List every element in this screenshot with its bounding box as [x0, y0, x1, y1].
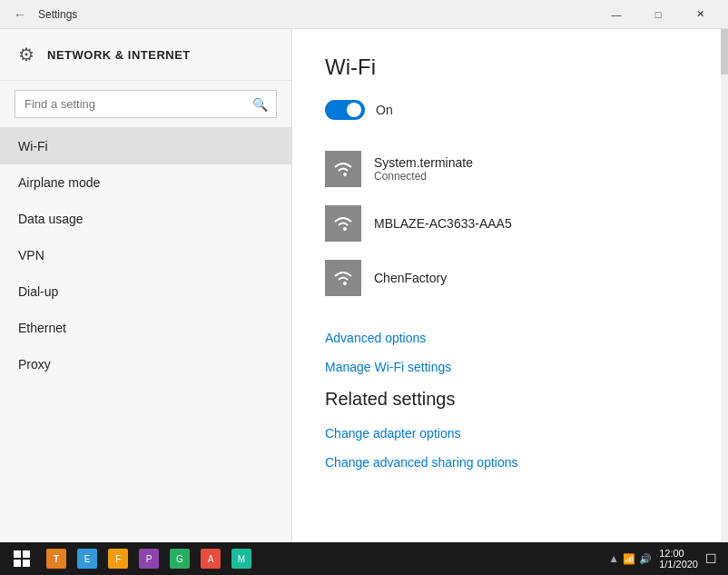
sidebar-item-airplane[interactable]: Airplane mode	[0, 164, 291, 201]
sidebar-header-title: NETWORK & INTERNET	[47, 48, 191, 62]
maximize-button[interactable]: □	[637, 0, 679, 29]
clock: 12:001/1/2020	[659, 548, 698, 570]
window-controls: — □ ✕	[595, 0, 721, 29]
network-status-0: Connected	[374, 170, 473, 183]
toggle-knob	[347, 103, 361, 117]
manage-wifi-settings-link[interactable]: Manage Wi-Fi settings	[325, 360, 695, 374]
sidebar-header: ⚙ NETWORK & INTERNET	[0, 29, 291, 81]
network-item-1[interactable]: MBLAZE-AC3633-AAA5	[325, 196, 695, 251]
advanced-options-link[interactable]: Advanced options	[325, 331, 695, 345]
start-button[interactable]	[4, 542, 40, 575]
toggle-label: On	[376, 103, 393, 117]
taskbar-tray: ▲ 📶 🔊 12:001/1/2020 ☐	[608, 548, 724, 570]
network-info-2: ChenFactory	[374, 271, 447, 285]
taskbar: T E F P G A M ▲ 📶 🔊 12:001/1/2020 ☐	[0, 542, 728, 575]
taskbar-icon-6[interactable]: A	[196, 544, 225, 573]
back-button[interactable]: ←	[7, 2, 33, 27]
app-body: ⚙ NETWORK & INTERNET 🔍 Wi-Fi Airplane mo…	[0, 29, 728, 542]
network-info-1: MBLAZE-AC3633-AAA5	[374, 216, 512, 231]
network-icon-0	[325, 151, 361, 187]
network-info-0: System.terminate Connected	[374, 155, 473, 183]
sidebar-item-proxy[interactable]: Proxy	[0, 346, 291, 382]
page-title: Wi-Fi	[325, 55, 695, 80]
related-settings-title: Related settings	[325, 389, 695, 410]
wifi-toggle-row: On	[325, 100, 695, 120]
content-panel: Wi-Fi On System.terminate	[292, 29, 728, 542]
taskbar-icon-5[interactable]: G	[165, 544, 194, 573]
taskbar-icon-3[interactable]: F	[103, 544, 133, 573]
change-sharing-link[interactable]: Change advanced sharing options	[325, 455, 695, 470]
sidebar-item-ethernet[interactable]: Ethernet	[0, 310, 291, 346]
network-name-2: ChenFactory	[374, 271, 447, 285]
sidebar-item-wifi[interactable]: Wi-Fi	[0, 128, 291, 164]
sidebar-item-datausage[interactable]: Data usage	[0, 201, 291, 237]
gear-icon: ⚙	[18, 44, 34, 65]
wifi-toggle[interactable]	[325, 100, 365, 120]
minimize-button[interactable]: —	[595, 0, 637, 29]
tray-icons: ▲	[608, 552, 619, 565]
network-item-2[interactable]: ChenFactory	[325, 251, 695, 305]
network-item-0[interactable]: System.terminate Connected	[325, 142, 695, 196]
close-button[interactable]: ✕	[679, 0, 721, 29]
search-area: 🔍	[0, 81, 291, 128]
sidebar-item-vpn[interactable]: VPN	[0, 237, 291, 273]
sidebar-nav: Wi-Fi Airplane mode Data usage VPN Dial-…	[0, 128, 291, 542]
network-name-0: System.terminate	[374, 155, 473, 170]
windows-logo-icon	[14, 550, 30, 567]
sidebar: ⚙ NETWORK & INTERNET 🔍 Wi-Fi Airplane mo…	[0, 29, 292, 542]
network-icon-2	[325, 260, 361, 296]
titlebar: ← Settings — □ ✕	[0, 0, 728, 29]
volume-tray-icon: 🔊	[639, 553, 652, 565]
taskbar-icon-4[interactable]: P	[134, 544, 163, 573]
sidebar-item-dialup[interactable]: Dial-up	[0, 273, 291, 310]
search-wrapper: 🔍	[15, 90, 277, 118]
window-title: Settings	[38, 8, 77, 21]
scrollbar-track	[721, 29, 728, 542]
network-list: System.terminate Connected MBLAZE-AC3633…	[325, 142, 695, 305]
notification-icon[interactable]: ☐	[705, 551, 717, 566]
change-adapter-link[interactable]: Change adapter options	[325, 426, 695, 441]
taskbar-icon-2[interactable]: E	[73, 544, 102, 573]
search-input[interactable]	[15, 91, 243, 117]
search-icon[interactable]: 🔍	[243, 97, 276, 112]
scrollbar-thumb[interactable]	[721, 29, 728, 74]
taskbar-icon-1[interactable]: T	[42, 544, 71, 573]
taskbar-icon-7[interactable]: M	[227, 544, 256, 573]
network-name-1: MBLAZE-AC3633-AAA5	[374, 216, 512, 231]
network-icon-1	[325, 205, 361, 242]
wifi-tray-icon: 📶	[623, 553, 635, 565]
